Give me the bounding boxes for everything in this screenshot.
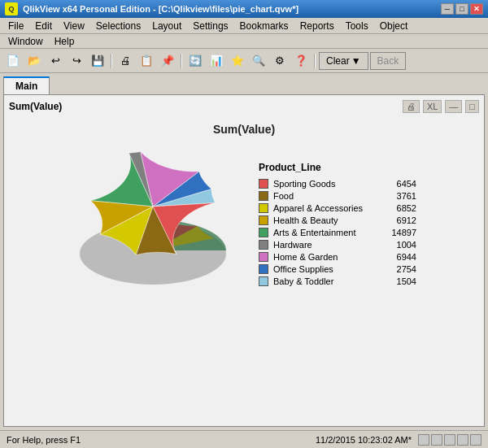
menu-reports[interactable]: Reports	[295, 19, 339, 33]
legend-value-apparel: 6852	[384, 203, 416, 213]
list-item: Sporting Goods 6454	[259, 179, 416, 189]
legend-value-home-garden: 6944	[384, 252, 416, 262]
menu-window[interactable]: Window	[3, 34, 48, 49]
maximize-button[interactable]: □	[455, 3, 468, 15]
chart-heading: Sum(Value)	[213, 123, 275, 136]
list-item: Health & Beauty 6912	[259, 215, 416, 225]
tab-main[interactable]: Main	[3, 76, 50, 94]
menu-edit[interactable]: Edit	[30, 19, 57, 33]
minimize-button[interactable]: ─	[441, 3, 454, 15]
window-controls[interactable]: ─ □ ✕	[441, 3, 483, 15]
legend-label-sporting-goods: Sporting Goods	[273, 179, 379, 189]
paste-button[interactable]: 📌	[158, 52, 177, 70]
date-time: 11/2/2015 10:23:02 AM*	[316, 435, 412, 445]
list-item: Home & Garden 6944	[259, 252, 416, 262]
legend-color-sporting-goods	[259, 179, 268, 189]
undo-button[interactable]: ↩	[46, 52, 65, 70]
chart-maximize-button[interactable]: □	[465, 100, 479, 113]
help-toolbar-button[interactable]: ❓	[291, 52, 311, 70]
settings-button[interactable]: ⚙	[270, 52, 290, 70]
legend-value-health: 6912	[384, 215, 416, 225]
legend-label-food: Food	[273, 191, 379, 201]
status-box-4	[457, 434, 468, 446]
legend-label-office: Office Supplies	[273, 264, 379, 274]
status-box-1	[418, 434, 429, 446]
menu-bar2: Window Help	[0, 34, 488, 49]
legend-title: Product_Line	[259, 162, 416, 173]
menu-help[interactable]: Help	[50, 34, 80, 49]
menu-bookmarks[interactable]: Bookmarks	[235, 19, 294, 33]
menu-selections[interactable]: Selections	[91, 19, 146, 33]
title-bar: Q QlikView x64 Personal Edition - [C:\Ql…	[0, 0, 488, 18]
menu-bar: File Edit View Selections Layout Setting…	[0, 18, 488, 34]
star-button[interactable]: ⭐	[228, 52, 247, 70]
toolbar-separator-3	[314, 54, 316, 68]
menu-tools[interactable]: Tools	[341, 19, 373, 33]
legend-color-food	[259, 191, 268, 201]
status-bar: For Help, press F1 11/2/2015 10:23:02 AM…	[0, 430, 488, 448]
status-box-5	[470, 434, 481, 446]
new-button[interactable]: 📄	[3, 52, 23, 70]
chart-controls: 🖨 XL — □	[403, 100, 479, 113]
save-button[interactable]: 💾	[88, 52, 107, 70]
help-text: For Help, press F1	[7, 435, 81, 445]
list-item: Hardware 1004	[259, 240, 416, 250]
window-title: QlikView x64 Personal Edition - [C:\Qlik…	[23, 4, 298, 14]
list-item: Food 3761	[259, 191, 416, 201]
toolbar-separator-2	[181, 54, 182, 68]
list-item: Office Supplies 2754	[259, 264, 416, 274]
chart-body: Product_Line Sporting Goods 6454 Food 37…	[9, 146, 479, 302]
legend-label-baby: Baby & Toddler	[273, 276, 379, 286]
legend-label-home-garden: Home & Garden	[273, 252, 379, 262]
legend-value-baby: 1504	[384, 276, 416, 286]
clear-button[interactable]: Clear ▼	[319, 52, 368, 70]
main-area: Main Sum(Value) 🖨 XL — □ Sum(Value)	[0, 73, 488, 430]
close-button[interactable]: ✕	[470, 3, 483, 15]
menu-settings[interactable]: Settings	[188, 19, 233, 33]
print-button[interactable]: 🖨	[115, 52, 135, 70]
legend-value-food: 3761	[384, 191, 416, 201]
redo-button[interactable]: ↪	[67, 52, 86, 70]
chart-button[interactable]: 📊	[207, 52, 226, 70]
list-item: Arts & Entertainment 14897	[259, 228, 416, 237]
tab-strip: Main	[3, 76, 485, 94]
legend-label-health: Health & Beauty	[273, 215, 379, 225]
toolbar-separator-1	[111, 54, 112, 68]
copy-button[interactable]: 📋	[137, 52, 156, 70]
menu-view[interactable]: View	[59, 19, 89, 33]
chart-print-button[interactable]: 🖨	[403, 100, 420, 113]
chart-panel-title: Sum(Value)	[9, 101, 62, 112]
pie-chart	[72, 146, 234, 302]
menu-object[interactable]: Object	[375, 19, 413, 33]
legend-value-hardware: 1004	[384, 240, 416, 250]
status-box-2	[431, 434, 442, 446]
app-icon: Q	[5, 2, 18, 15]
chart-minimize-button[interactable]: —	[445, 100, 462, 113]
search-button[interactable]: 🔍	[249, 52, 268, 70]
legend-color-apparel	[259, 203, 268, 213]
menu-file[interactable]: File	[3, 19, 28, 33]
legend-label-hardware: Hardware	[273, 240, 379, 250]
list-item: Baby & Toddler 1504	[259, 276, 416, 286]
list-item: Apparel & Accessories 6852	[259, 203, 416, 213]
legend-value-arts: 14897	[384, 228, 416, 237]
legend-value-office: 2754	[384, 264, 416, 274]
legend: Product_Line Sporting Goods 6454 Food 37…	[259, 162, 416, 286]
status-boxes	[418, 434, 481, 446]
legend-color-health	[259, 215, 268, 225]
legend-color-baby	[259, 276, 268, 286]
menu-layout[interactable]: Layout	[147, 19, 186, 33]
legend-label-arts: Arts & Entertainment	[273, 228, 379, 237]
open-button[interactable]: 📂	[24, 52, 44, 70]
status-box-3	[444, 434, 455, 446]
legend-color-office	[259, 264, 268, 274]
legend-color-home-garden	[259, 252, 268, 262]
back-button[interactable]: Back	[370, 52, 407, 70]
clear-dropdown-icon[interactable]: ▼	[351, 55, 361, 67]
chart-inner: Sum(Value)	[9, 116, 479, 421]
chart-container: Sum(Value) 🖨 XL — □ Sum(Value)	[3, 94, 485, 427]
back-label: Back	[377, 55, 399, 67]
reload-button[interactable]: 🔄	[185, 52, 205, 70]
chart-xl-button[interactable]: XL	[423, 100, 442, 113]
status-right: 11/2/2015 10:23:02 AM*	[316, 434, 481, 446]
